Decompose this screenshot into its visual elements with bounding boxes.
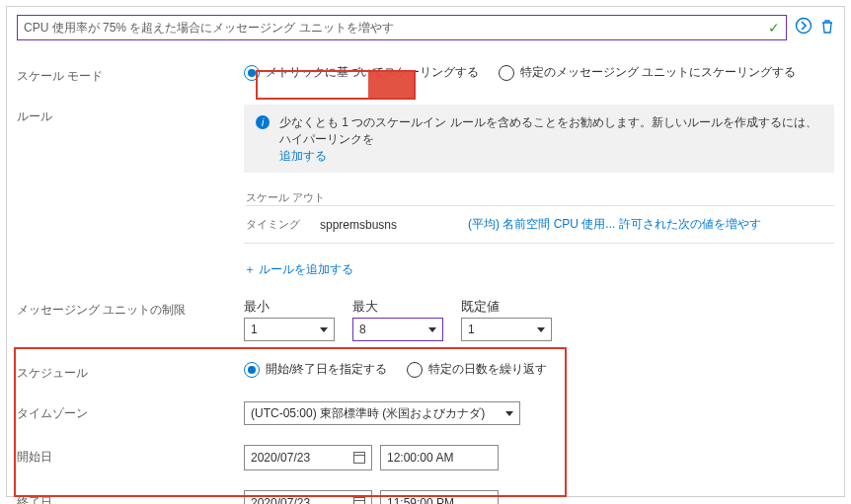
end-time-input[interactable]: 11:59:00 PM [380,490,499,504]
start-time-value: 12:00:00 AM [387,451,453,465]
radio-scale-to-specific[interactable]: 特定のメッセージング ユニットにスケーリングする [499,64,796,81]
start-date-value: 2020/07/23 [251,451,310,465]
radio-repeat-days-label: 特定の日数を繰り返す [428,361,547,378]
rules-label: ルール [17,105,244,125]
condition-name-text: CPU 使用率が 75% を超えた場合にメッセージング ユニットを増やす [24,20,768,36]
add-rule-link[interactable]: ＋ ルールを追加する [244,261,834,278]
default-label: 既定値 [461,298,552,316]
timing-col-label: タイミング [246,217,300,232]
unit-limit-label: メッセージング ユニットの制限 [17,298,244,319]
chevron-down-icon [428,327,436,332]
timezone-label: タイムゾーン [17,401,244,422]
radio-scale-to-specific-label: 特定のメッセージング ユニットにスケーリングする [520,64,796,81]
timing-source: sppremsbusns [320,218,448,232]
end-time-value: 11:59:00 PM [387,496,454,504]
check-icon: ✓ [768,20,780,36]
start-date-label: 開始日 [17,445,244,466]
info-icon: i [256,115,270,129]
radio-scale-by-metric-label: メトリックに基づいてスケーリングする [266,64,479,81]
info-text: 少なくとも 1 つのスケールイン ルールを含めることをお勧めします。新しいルール… [279,115,817,146]
default-select[interactable]: 1 [461,318,552,341]
min-select[interactable]: 1 [244,318,335,341]
end-date-value: 2020/07/23 [251,496,310,504]
timezone-select[interactable]: (UTC-05:00) 東部標準時 (米国およびカナダ) [244,401,520,425]
scale-mode-label: スケール モード [17,64,244,85]
radio-specify-dates[interactable]: 開始/終了日を指定する [244,361,387,378]
radio-scale-by-metric[interactable]: メトリックに基づいてスケーリングする [244,64,479,81]
radio-specify-dates-label: 開始/終了日を指定する [266,361,387,378]
max-select[interactable]: 8 [352,318,443,341]
info-banner: i 少なくとも 1 つのスケールイン ルールを含めることをお勧めします。新しいル… [244,105,834,173]
default-value: 1 [468,323,475,336]
scale-out-header: スケール アウト [246,190,834,206]
start-time-input[interactable]: 12:00:00 AM [380,445,499,470]
submit-icon[interactable] [795,17,812,38]
min-label: 最小 [244,298,335,316]
timezone-value: (UTC-05:00) 東部標準時 (米国およびカナダ) [251,405,485,422]
chevron-down-icon [505,411,513,416]
chevron-down-icon [320,327,328,332]
end-date-label: 終了日 [17,490,244,504]
calendar-icon [353,497,365,504]
end-date-input[interactable]: 2020/07/23 [244,490,372,504]
max-value: 8 [359,323,366,336]
delete-icon[interactable] [820,19,834,37]
max-label: 最大 [352,298,443,316]
radio-repeat-days[interactable]: 特定の日数を繰り返す [407,361,547,378]
min-value: 1 [251,323,258,336]
svg-point-0 [797,19,812,34]
schedule-label: スケジュール [17,361,244,382]
calendar-icon [353,452,365,464]
start-date-input[interactable]: 2020/07/23 [244,445,372,470]
chevron-down-icon [537,327,545,332]
condition-name-input[interactable]: CPU 使用率が 75% を超えた場合にメッセージング ユニットを増やす ✓ [17,15,787,40]
info-add-link[interactable]: 追加する [279,149,327,163]
timing-detail-link[interactable]: (平均) 名前空間 CPU 使用... 許可された次の値を増やす [468,216,761,233]
